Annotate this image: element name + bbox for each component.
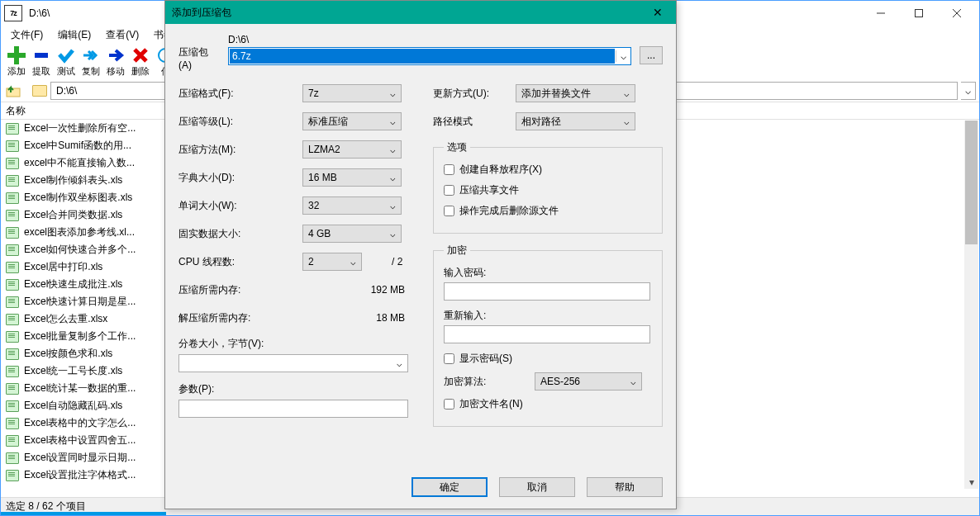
maximize-button[interactable] — [900, 1, 938, 26]
dialog-buttons: 确定 取消 帮助 — [412, 477, 663, 497]
shared-checkbox[interactable] — [444, 185, 454, 196]
ok-button[interactable]: 确定 — [412, 477, 488, 497]
column-name: 名称 — [6, 104, 26, 118]
update-select[interactable]: 添加并替换文件 — [516, 84, 635, 102]
shared-label: 压缩共享文件 — [459, 183, 519, 197]
mem-decomp-value: 18 MB — [302, 312, 408, 324]
split-combo[interactable] — [178, 354, 408, 372]
delete-checkbox[interactable] — [444, 206, 454, 216]
help-button[interactable]: 帮助 — [587, 477, 663, 497]
file-icon — [6, 244, 19, 256]
toolbar-add-button[interactable]: 添加 — [4, 46, 29, 78]
encryption-legend: 加密 — [444, 244, 470, 258]
file-icon — [6, 418, 19, 429]
toolbar-copy-button[interactable]: 复制 — [78, 46, 103, 78]
folder-icon — [32, 85, 47, 97]
file-icon — [6, 296, 19, 308]
cpu-select[interactable]: 2 — [302, 253, 362, 271]
show-password-checkbox[interactable] — [444, 353, 454, 364]
sfx-checkbox[interactable] — [444, 164, 454, 175]
encryption-fieldset: 加密 输入密码: 重新输入: 显示密码(S) 加密算法:AES-256 加密文件… — [433, 244, 663, 427]
file-name: Excel制作倾斜表头.xls — [24, 173, 122, 187]
up-folder-button[interactable] — [4, 82, 22, 100]
dialog-titlebar[interactable]: 添加到压缩包 ✕ — [165, 1, 676, 24]
toolbar-move-button[interactable]: 移动 — [103, 46, 128, 78]
scrollbar-thumb[interactable] — [965, 121, 978, 244]
path-dropdown-button[interactable]: ⌵ — [961, 82, 976, 100]
archive-name-dropdown-icon[interactable]: ⌵ — [616, 50, 630, 62]
archive-name-combo[interactable]: ⌵ — [228, 47, 631, 65]
archive-label: 压缩包(A) — [178, 34, 220, 71]
archive-name-input[interactable] — [230, 49, 615, 64]
solid-label: 固实数据大小: — [178, 227, 302, 241]
file-icon — [6, 314, 19, 325]
dict-select[interactable]: 16 MB — [302, 168, 402, 187]
file-icon — [6, 400, 19, 412]
word-select[interactable]: 32 — [302, 196, 402, 215]
file-icon — [6, 140, 19, 152]
file-icon — [6, 227, 19, 239]
params-input[interactable] — [178, 400, 408, 418]
file-name: Excel统一工号长度.xls — [24, 364, 122, 378]
taskbar-highlight — [1, 512, 166, 515]
password2-input[interactable] — [444, 325, 650, 343]
minus-icon — [31, 46, 51, 64]
dialog-close-button[interactable]: ✕ — [646, 1, 669, 24]
plus-icon — [7, 46, 26, 64]
enc-names-checkbox[interactable] — [444, 399, 454, 409]
file-name: Excel统计某一数据的重... — [24, 381, 136, 395]
file-icon — [6, 158, 19, 169]
minimize-button[interactable] — [862, 1, 900, 26]
svg-rect-4 — [35, 53, 48, 58]
file-name: Excel设置同时显示日期... — [24, 451, 136, 465]
menu-view[interactable]: 查看(V) — [99, 26, 145, 44]
file-name: Excel怎么去重.xlsx — [24, 312, 107, 326]
format-select[interactable]: 7z — [302, 84, 402, 102]
browse-button[interactable]: ... — [640, 46, 663, 64]
toolbar-delete-button[interactable]: 删除 — [128, 46, 153, 78]
mem-decomp-label: 解压缩所需内存: — [178, 311, 302, 325]
password-input[interactable] — [444, 282, 650, 301]
file-icon — [6, 435, 19, 447]
file-name: Excel按颜色求和.xls — [24, 347, 112, 361]
pathmode-label: 路径模式 — [433, 115, 516, 129]
file-icon — [6, 279, 19, 291]
file-name: Excel制作双坐标图表.xls — [24, 191, 132, 205]
pathmode-select[interactable]: 相对路径 — [516, 112, 635, 130]
cancel-button[interactable]: 取消 — [499, 477, 575, 497]
enc-method-select[interactable]: AES-256 — [535, 372, 642, 391]
level-select[interactable]: 标准压缩 — [302, 112, 402, 130]
file-icon — [6, 123, 19, 135]
file-name: Excel一次性删除所有空... — [24, 121, 136, 135]
right-column: 更新方式(U):添加并替换文件 路径模式相对路径 选项 创建自释放程序(X) 压… — [433, 84, 663, 437]
file-name: Excel如何快速合并多个... — [24, 243, 136, 257]
menu-edit[interactable]: 编辑(E) — [51, 26, 98, 44]
file-name: Excel设置批注字体格式... — [24, 468, 136, 482]
toolbar-extract-button[interactable]: 提取 — [29, 46, 54, 78]
toolbar-test-button[interactable]: 测试 — [54, 46, 78, 78]
move-icon — [106, 46, 126, 64]
method-select[interactable]: LZMA2 — [302, 140, 402, 159]
scroll-down-button[interactable]: ▾ — [964, 475, 978, 489]
word-label: 单词大小(W): — [178, 199, 302, 213]
file-name: Excel自动隐藏乱码.xls — [24, 399, 122, 413]
file-icon — [6, 262, 19, 273]
enc-method-label: 加密算法: — [444, 375, 526, 389]
password-label: 输入密码: — [444, 266, 652, 280]
dict-label: 字典大小(D): — [178, 171, 302, 185]
file-icon — [6, 175, 19, 187]
menu-file[interactable]: 文件(F) — [4, 26, 50, 44]
delete-label: 操作完成后删除源文件 — [459, 204, 559, 218]
update-label: 更新方式(U): — [433, 87, 516, 101]
password2-label: 重新输入: — [444, 309, 652, 323]
file-icon — [6, 348, 19, 360]
solid-select[interactable]: 4 GB — [302, 225, 402, 243]
file-name: Excel快速生成批注.xls — [24, 277, 122, 291]
vertical-scrollbar[interactable]: ▴ ▾ — [964, 121, 978, 489]
file-icon — [6, 452, 19, 464]
file-icon — [6, 192, 19, 204]
file-icon — [6, 210, 19, 221]
window-controls — [862, 1, 976, 26]
close-button[interactable] — [938, 1, 976, 26]
cpu-label: CPU 线程数: — [178, 255, 302, 269]
